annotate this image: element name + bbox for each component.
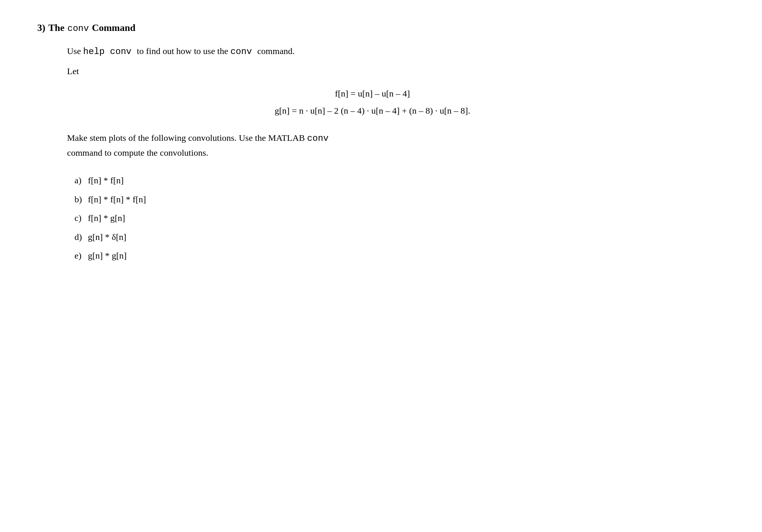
part-text: f[n] * g[n] bbox=[88, 213, 125, 223]
section-body: Use help conv to find out how to use the… bbox=[37, 44, 678, 265]
list-item: d)g[n] * δ[n] bbox=[74, 228, 678, 246]
p1-command: command. bbox=[257, 46, 295, 56]
part-text: f[n] * f[n] bbox=[88, 175, 124, 185]
part-label: c) bbox=[74, 209, 88, 227]
p2-line2: command to compute the convolutions. bbox=[67, 148, 208, 158]
let-line: Let bbox=[67, 66, 678, 76]
part-text: g[n] * δ[n] bbox=[88, 232, 126, 242]
main-content: 3) The conv Command Use help conv to fin… bbox=[22, 15, 693, 272]
list-item: b)f[n] * f[n] * f[n] bbox=[74, 190, 678, 209]
section-title-the: The bbox=[48, 22, 64, 34]
p1-mono2: conv bbox=[231, 47, 257, 57]
p1-use: Use bbox=[67, 46, 81, 56]
section-title-mono: conv bbox=[67, 23, 89, 34]
part-text: f[n] * f[n] * f[n] bbox=[88, 194, 146, 204]
part-text: g[n] * g[n] bbox=[88, 251, 127, 260]
p1-to: to find out how to use the bbox=[137, 46, 228, 56]
list-item: c)f[n] * g[n] bbox=[74, 209, 678, 227]
part-label: e) bbox=[74, 246, 88, 265]
p1-mono1: help conv bbox=[83, 47, 137, 57]
part-label: a) bbox=[74, 171, 88, 190]
paragraph-2: Make stem plots of the following convolu… bbox=[67, 131, 678, 160]
parts-list: a)f[n] * f[n]b)f[n] * f[n] * f[n]c)f[n] … bbox=[67, 171, 678, 265]
section-number: 3) bbox=[37, 22, 45, 34]
section-header: 3) The conv Command bbox=[37, 22, 678, 34]
p2-mono: conv bbox=[307, 133, 329, 143]
equations-block: f[n] = u[n] – u[n – 4] g[n] = n · u[n] –… bbox=[67, 85, 678, 119]
equation-2: g[n] = n · u[n] – 2 (n – 4) · u[n – 4] +… bbox=[67, 102, 678, 120]
paragraph-1: Use help conv to find out how to use the… bbox=[67, 44, 678, 59]
part-label: d) bbox=[74, 228, 88, 246]
p2-line1: Make stem plots of the following convolu… bbox=[67, 133, 305, 143]
list-item: a)f[n] * f[n] bbox=[74, 171, 678, 190]
part-label: b) bbox=[74, 190, 88, 209]
list-item: e)g[n] * g[n] bbox=[74, 246, 678, 265]
equation-1: f[n] = u[n] – u[n – 4] bbox=[67, 85, 678, 102]
section-title-command: Command bbox=[92, 22, 136, 34]
